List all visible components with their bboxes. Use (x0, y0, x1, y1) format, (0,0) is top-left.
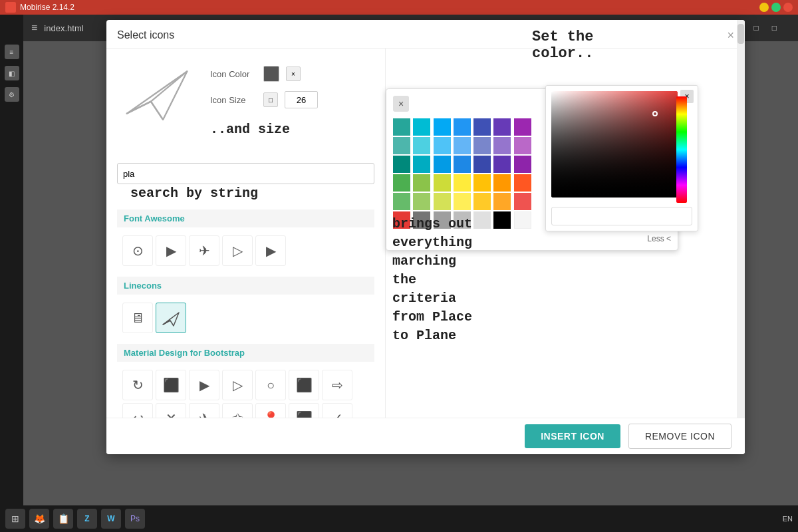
fa-icon-play-alt[interactable]: ▷ (222, 235, 253, 266)
swatch-dpurple-dk[interactable] (493, 156, 511, 173)
svg-line-2 (151, 102, 163, 120)
fa-icon-play-circle[interactable]: ⊙ (122, 235, 153, 266)
side-icon-2[interactable]: ◧ (5, 66, 19, 80)
color-picker-close-btn[interactable]: × (393, 96, 409, 112)
fa-icon-play-square[interactable]: ▶ (255, 235, 286, 266)
size-input[interactable] (285, 91, 318, 108)
swatch-black[interactable] (493, 211, 511, 229)
color-close-button[interactable]: × (286, 66, 301, 81)
search-annotation: search by string (130, 186, 258, 201)
swatch-cyan-dk[interactable] (413, 156, 430, 173)
maximize-button[interactable] (771, 3, 781, 12)
taskbar-word[interactable]: W (101, 509, 121, 529)
swatch-purple[interactable] (514, 118, 531, 136)
swatch-orange-lt[interactable] (493, 193, 511, 210)
swatch-light-green[interactable] (413, 174, 430, 192)
hamburger-icon[interactable]: ≡ (31, 22, 37, 34)
fa-icon-play[interactable]: ▶ (156, 235, 186, 266)
clipboard-icon: 📋 (58, 513, 69, 524)
linecons-grid: 🖥 (117, 297, 374, 338)
swatch-amber-lt[interactable] (473, 193, 491, 210)
swatch-deep-purple[interactable] (493, 118, 511, 136)
swatch-cyan-lt[interactable] (413, 137, 430, 154)
taskbar-clipboard[interactable]: 📋 (53, 509, 73, 529)
swatch-purple-lt[interactable] (514, 137, 531, 154)
swatch-teal-lt[interactable] (393, 137, 410, 154)
md-icon-upload[interactable]: ⬛ (289, 370, 319, 400)
less-button[interactable]: Less < (393, 234, 671, 243)
app-close-button[interactable] (783, 3, 793, 12)
swatch-teal-dk[interactable] (393, 156, 410, 173)
swatch-orange[interactable] (493, 174, 511, 192)
side-icon-3[interactable]: ⚙ (5, 87, 19, 102)
md-icon-play3[interactable]: ▷ (222, 370, 253, 400)
icon-controls: Icon Color × Icon Size □ (210, 59, 374, 128)
md-icon-refresh[interactable]: ↻ (122, 370, 153, 400)
swatch-yellow-lt[interactable] (454, 193, 471, 210)
lc-icon-monitor[interactable]: 🖥 (122, 303, 153, 333)
swatch-cyan[interactable] (413, 118, 430, 136)
swatch-grey-lter[interactable] (454, 211, 471, 229)
swatch-lime[interactable] (434, 174, 451, 192)
modal-close-button[interactable]: × (727, 29, 734, 41)
swatch-indigo[interactable] (473, 118, 491, 136)
fa-icon-plane[interactable]: ✈ (189, 235, 219, 266)
swatch-amber[interactable] (473, 174, 491, 192)
color-swatch-button[interactable] (263, 66, 279, 82)
swatch-purple-dk[interactable] (514, 156, 531, 173)
size-spin-button[interactable]: □ (263, 92, 278, 107)
swatch-blue-lt[interactable] (454, 137, 471, 154)
preview-controls: Icon Color × Icon Size □ (117, 59, 374, 128)
window-controls[interactable] (759, 3, 793, 12)
md-icon-circle[interactable]: ○ (255, 370, 286, 400)
header-tab-3[interactable]: □ (772, 23, 777, 33)
hex-input[interactable] (551, 207, 692, 225)
swatch-light-blue[interactable] (434, 118, 451, 136)
taskbar-filezilla[interactable]: Z (77, 509, 97, 529)
app-title: Mobirise 2.14.2 (20, 3, 74, 12)
swatch-grey-lt[interactable] (434, 211, 451, 229)
swatch-blue-dk[interactable] (454, 156, 471, 173)
search-input[interactable] (117, 163, 374, 184)
swatch-green-lt[interactable] (393, 193, 410, 210)
start-icon: ⊞ (11, 513, 19, 524)
swatch-red-lt[interactable] (514, 193, 531, 210)
scrollbar-thumb[interactable] (737, 24, 744, 44)
md-icon-box[interactable]: ⬛ (156, 370, 186, 400)
md-icon-play2[interactable]: ▶ (189, 370, 219, 400)
hue-bar[interactable] (676, 96, 687, 203)
swatch-lb-lt[interactable] (434, 137, 451, 154)
swatch-lb-dk[interactable] (434, 156, 451, 173)
icon-preview (117, 59, 197, 128)
lc-icon-plane[interactable] (156, 303, 186, 333)
swatch-indigo-dk[interactable] (473, 156, 491, 173)
swatch-blue[interactable] (454, 118, 471, 136)
taskbar-start[interactable]: ⊞ (5, 509, 25, 529)
taskbar-firefox[interactable]: 🦊 (29, 509, 49, 529)
swatch-dpurple-lt[interactable] (493, 137, 511, 154)
swatch-deep-orange[interactable] (514, 174, 531, 192)
swatch-grey-ltst[interactable] (473, 211, 491, 229)
insert-icon-button[interactable]: INSERT ICON (525, 424, 620, 448)
modal-header: Select icons × (106, 20, 745, 49)
minimize-button[interactable] (759, 3, 769, 12)
md-icon-forward[interactable]: ⇨ (322, 370, 352, 400)
ps-icon: Ps (130, 514, 140, 523)
taskbar-photoshop[interactable]: Ps (125, 509, 145, 529)
swatch-green[interactable] (393, 174, 410, 192)
title-bar: Mobirise 2.14.2 (0, 0, 798, 15)
swatch-teal[interactable] (393, 118, 410, 136)
swatch-yellow[interactable] (454, 174, 471, 192)
header-tab-2[interactable]: □ (754, 23, 759, 33)
color-selector-dot[interactable] (652, 111, 658, 116)
swatch-lg-lt[interactable] (413, 193, 430, 210)
swatch-lime-lt[interactable] (434, 193, 451, 210)
side-icon-1[interactable]: ≡ (5, 45, 19, 59)
swatch-red[interactable] (393, 211, 410, 229)
swatch-grey[interactable] (413, 211, 430, 229)
remove-icon-button[interactable]: REMOVE ICON (628, 424, 732, 449)
gradient-box[interactable] (551, 91, 678, 198)
swatch-indigo-lt[interactable] (473, 137, 491, 154)
swatch-white[interactable] (514, 211, 531, 229)
section-font-awesome: Font Awesome (117, 209, 374, 227)
